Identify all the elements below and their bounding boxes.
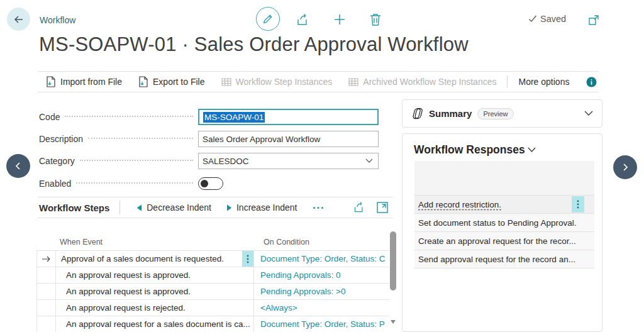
preview-badge: Preview xyxy=(477,108,513,119)
summary-title: Summary xyxy=(429,108,472,119)
triangle-down-icon xyxy=(391,320,396,324)
event-cell[interactable]: Approval of a sales document is requeste… xyxy=(56,251,254,267)
condition-link[interactable]: Pending Approvals: >0 xyxy=(260,287,345,296)
response-item[interactable]: Create an approval request for the recor… xyxy=(414,232,594,250)
share-icon xyxy=(295,12,310,27)
response-options-button[interactable] xyxy=(572,196,584,213)
triangle-right-icon xyxy=(226,204,232,211)
steps-more-button[interactable] xyxy=(305,206,331,209)
condition-cell[interactable]: Document Type: Order, Status: C xyxy=(254,251,389,267)
summary-expand-button[interactable] xyxy=(584,111,593,116)
export-to-file-button[interactable]: Export to File xyxy=(130,72,213,92)
event-cell[interactable]: An approval request is approved. xyxy=(56,267,254,283)
table-row[interactable]: An approval request is approved. Pending… xyxy=(37,284,389,300)
responses-empty-row[interactable] xyxy=(414,161,594,196)
condition-cell[interactable]: <Always> xyxy=(254,300,389,316)
previous-record-button[interactable] xyxy=(6,154,30,178)
toggle-knob xyxy=(201,180,208,187)
share-button[interactable] xyxy=(295,12,310,27)
chevron-down-icon xyxy=(584,111,593,116)
condition-link[interactable]: <Always> xyxy=(260,303,297,313)
next-record-button[interactable] xyxy=(613,155,637,179)
field-row-enabled: Enabled xyxy=(39,175,379,192)
table-row[interactable]: An approval request is rejected. <Always… xyxy=(37,300,389,316)
event-cell[interactable]: An approval request is rejected. xyxy=(56,300,254,316)
workflow-responses-header[interactable]: Workflow Responses xyxy=(402,134,602,157)
decrease-indent-button[interactable]: Decrease Indent xyxy=(129,202,219,213)
current-row-arrow-icon xyxy=(42,255,51,263)
ellipsis-icon xyxy=(313,206,324,209)
vertical-dots-icon xyxy=(247,255,249,263)
scrollbar-thumb[interactable] xyxy=(390,231,396,290)
share-icon xyxy=(353,202,365,213)
back-button[interactable] xyxy=(7,8,30,31)
breadcrumb[interactable]: Workflow xyxy=(40,15,75,25)
row-selector-cell[interactable] xyxy=(37,251,56,267)
workflow-steps-table: Approval of a sales document is requeste… xyxy=(36,250,389,332)
chevron-down-icon xyxy=(528,147,536,153)
event-cell[interactable]: An approval request is approved. xyxy=(56,284,254,299)
increase-indent-button[interactable]: Increase Indent xyxy=(219,202,305,213)
workflow-responses-title: Workflow Responses xyxy=(414,143,525,157)
condition-link[interactable]: Pending Approvals: 0 xyxy=(260,270,341,280)
chevron-down-icon[interactable] xyxy=(365,158,373,163)
condition-link[interactable]: Document Type: Order, Status: C xyxy=(260,254,386,263)
workflow-page: Workflow Saved MS-SOAPW-01 · Sales Order… xyxy=(0,0,644,332)
description-value: Sales Order Approval Workflow xyxy=(203,135,320,144)
column-header-when-event[interactable]: When Event xyxy=(60,238,103,246)
event-cell[interactable]: An approval request for a sales document… xyxy=(56,316,254,332)
toolbar-item-label: Import from File xyxy=(60,77,122,87)
archived-workflow-step-instances-button[interactable]: Archived Workflow Step Instances xyxy=(340,72,504,92)
table-row[interactable]: An approval request is approved. Pending… xyxy=(37,267,389,284)
steps-expand-button[interactable] xyxy=(377,202,388,213)
response-label: Create an approval request for the recor… xyxy=(418,236,576,246)
info-button[interactable] xyxy=(586,77,597,87)
description-input[interactable]: Sales Order Approval Workflow xyxy=(198,131,379,147)
table-scrollbar[interactable] xyxy=(390,231,396,332)
table-row[interactable]: Approval of a sales document is requeste… xyxy=(37,251,389,267)
table-icon xyxy=(221,77,231,87)
column-header-on-condition[interactable]: On Condition xyxy=(264,238,309,246)
event-text: Approval of a sales document is requeste… xyxy=(61,254,224,263)
event-text: An approval request is approved. xyxy=(66,270,191,280)
steps-divider xyxy=(119,201,120,214)
new-button[interactable] xyxy=(332,12,347,27)
responses-list: Add record restriction. Set document sta… xyxy=(414,161,594,268)
condition-cell[interactable]: Pending Approvals: >0 xyxy=(254,284,389,299)
description-label: Description xyxy=(39,134,83,144)
response-label: Set document status to Pending Approval. xyxy=(418,218,576,228)
event-text: An approval request for a sales document… xyxy=(66,319,250,329)
row-selector-cell[interactable] xyxy=(37,316,56,332)
workflow-steps-toolbar: Workflow Steps Decrease Indent Increase … xyxy=(38,197,393,218)
more-options-button[interactable]: More options xyxy=(510,72,577,92)
response-item[interactable]: Set document status to Pending Approval. xyxy=(414,214,594,232)
steps-share-button[interactable] xyxy=(353,202,365,213)
event-text: An approval request is rejected. xyxy=(66,303,186,313)
steps-action-label: Decrease Indent xyxy=(147,202,211,213)
scrollbar-down-arrow[interactable] xyxy=(390,318,396,326)
delete-button[interactable] xyxy=(368,12,383,27)
field-row-category: Category SALESDOC xyxy=(39,153,379,169)
info-icon xyxy=(586,77,597,87)
category-dropdown[interactable]: SALESDOC xyxy=(198,153,379,169)
code-input[interactable]: MS-SOAPW-01 xyxy=(198,109,379,125)
popout-button[interactable] xyxy=(587,13,601,27)
row-selector-cell[interactable] xyxy=(37,300,56,316)
row-selector-cell[interactable] xyxy=(37,284,56,299)
import-from-file-button[interactable]: Import from File xyxy=(38,72,130,92)
condition-cell[interactable]: Pending Approvals: 0 xyxy=(254,267,389,283)
response-item[interactable]: Add record restriction. xyxy=(414,196,594,214)
edit-button[interactable] xyxy=(256,7,280,31)
response-item[interactable]: Send approval request for the record an.… xyxy=(414,250,594,268)
table-icon xyxy=(348,77,358,87)
file-export-icon xyxy=(138,76,148,87)
table-row[interactable]: An approval request for a sales document… xyxy=(37,316,389,332)
workflow-step-instances-button[interactable]: Workflow Step Instances xyxy=(213,72,341,92)
category-label: Category xyxy=(39,156,75,166)
condition-link[interactable]: Document Type: Order, Status: P xyxy=(260,319,385,329)
row-options-button[interactable] xyxy=(242,251,253,267)
row-selector-cell[interactable] xyxy=(37,267,56,283)
save-status: Saved xyxy=(528,14,566,24)
condition-cell[interactable]: Document Type: Order, Status: P xyxy=(254,316,389,332)
enabled-toggle[interactable] xyxy=(198,177,223,190)
